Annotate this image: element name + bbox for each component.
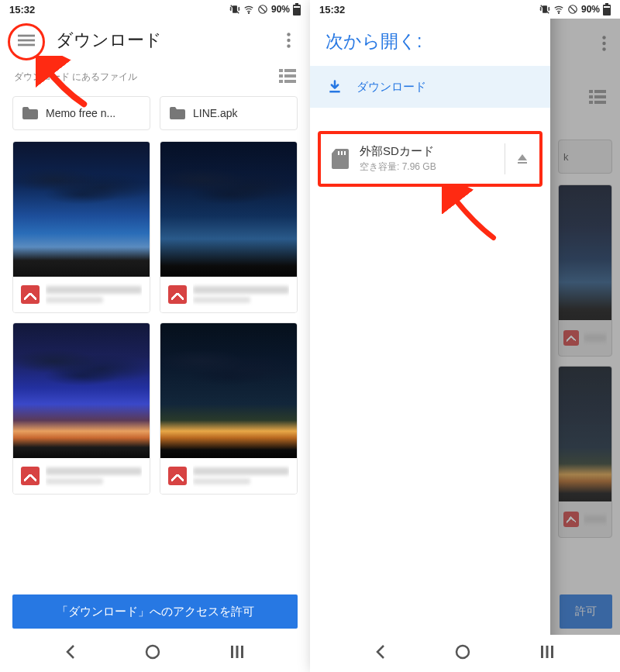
vibrate-icon: [229, 4, 240, 15]
nav-bar: [0, 635, 310, 672]
svg-line-4: [260, 7, 265, 12]
svg-rect-49: [551, 646, 553, 658]
no-sim-icon: [257, 4, 268, 15]
drawer-downloads-item[interactable]: ダウンロード: [310, 66, 550, 108]
nav-back-button[interactable]: [65, 644, 76, 663]
allow-access-button[interactable]: 「ダウンロード」へのアクセスを許可: [12, 594, 298, 629]
file-grid: Memo free n... LINE.apk: [0, 96, 310, 594]
nav-home-button[interactable]: [455, 644, 470, 663]
image-thumbnail: [13, 142, 150, 277]
sd-card-icon: [332, 149, 349, 169]
sdcard-subtitle: 空き容量: 7.96 GB: [360, 160, 494, 174]
svg-point-20: [146, 646, 159, 658]
overflow-button[interactable]: [279, 31, 298, 50]
subheader: ダウンロード にあるファイル: [0, 62, 310, 96]
overflow-icon: [602, 36, 606, 51]
svg-point-35: [558, 12, 559, 13]
image-filename-blurred: [193, 283, 289, 306]
drawer-sdcard-item[interactable]: 外部SDカード 空き容量: 7.96 GB: [318, 131, 542, 187]
svg-point-12: [287, 39, 290, 42]
svg-rect-9: [18, 40, 35, 42]
chevron-left-icon: [65, 644, 76, 660]
vibrate-icon: [539, 4, 550, 15]
image-meta: [160, 277, 297, 312]
image-filename-blurred: [46, 283, 142, 306]
view-toggle-button[interactable]: [279, 69, 296, 85]
eject-button[interactable]: [505, 143, 529, 174]
image-file-icon: [168, 285, 187, 304]
status-bar: 15:32 90%: [310, 0, 620, 19]
svg-rect-8: [18, 35, 35, 37]
overflow-button-dim: [602, 36, 606, 54]
svg-rect-10: [18, 44, 35, 47]
svg-rect-42: [338, 151, 339, 155]
hamburger-icon: [18, 32, 35, 49]
svg-rect-30: [594, 95, 606, 98]
svg-line-37: [570, 7, 575, 12]
wifi-icon: [553, 4, 564, 15]
svg-point-11: [287, 33, 290, 36]
battery-percent: 90%: [271, 4, 290, 15]
battery-icon: [603, 3, 611, 16]
folder-label: Memo free n...: [46, 107, 115, 119]
image-tile[interactable]: [12, 141, 150, 313]
overflow-icon: [287, 33, 291, 48]
image-thumbnail: [13, 323, 150, 458]
status-right: 90%: [539, 3, 611, 16]
chevron-left-icon: [375, 644, 386, 660]
folder-icon: [170, 107, 185, 119]
image-tile[interactable]: [160, 141, 298, 313]
svg-rect-7: [294, 6, 300, 8]
image-tile[interactable]: [160, 322, 298, 495]
battery-icon: [293, 3, 301, 16]
svg-point-13: [287, 44, 290, 47]
image-meta: [13, 458, 150, 494]
svg-rect-41: [329, 91, 339, 93]
allow-access-label: 「ダウンロード」へのアクセスを許可: [57, 605, 254, 619]
image-meta: [160, 458, 297, 494]
svg-rect-21: [231, 646, 233, 658]
bars-icon: [539, 644, 555, 660]
svg-rect-43: [341, 151, 343, 155]
svg-rect-23: [241, 646, 243, 658]
nav-back-button[interactable]: [375, 644, 386, 663]
svg-rect-40: [604, 6, 610, 8]
image-thumbnail: [160, 142, 297, 277]
svg-rect-18: [279, 80, 283, 83]
view-toggle-dim: [589, 90, 606, 107]
nav-home-button[interactable]: [145, 644, 160, 663]
nav-recent-button[interactable]: [229, 644, 245, 663]
svg-rect-45: [518, 162, 527, 164]
status-time: 15:32: [319, 4, 345, 16]
image-tile[interactable]: [12, 322, 150, 495]
allow-button-dim: 許可: [560, 594, 612, 629]
annotation-arrow-right: [442, 186, 504, 248]
image-meta: [13, 277, 150, 312]
image-thumbnail: [160, 323, 297, 458]
svg-rect-38: [605, 3, 608, 5]
folder-label: LINE.apk: [193, 107, 238, 119]
svg-rect-19: [284, 80, 296, 83]
image-tile-dim: [558, 184, 612, 357]
wifi-icon: [243, 4, 254, 15]
folder-tile[interactable]: LINE.apk: [160, 96, 298, 130]
subheader-text: ダウンロード にあるファイル: [14, 71, 137, 84]
circle-icon: [455, 644, 470, 660]
image-file-icon: [168, 467, 187, 485]
folder-icon: [22, 107, 38, 119]
image-tile-dim: [558, 366, 612, 538]
image-file-icon: [21, 467, 40, 485]
svg-rect-28: [594, 90, 606, 93]
bars-icon: [229, 644, 245, 660]
hamburger-button[interactable]: [12, 26, 40, 54]
svg-point-46: [456, 646, 469, 658]
svg-rect-31: [589, 101, 593, 104]
svg-rect-48: [546, 646, 548, 658]
phone-right: k 許可 15:32 90% 次から開く: ダウ: [310, 0, 620, 672]
svg-rect-22: [236, 646, 238, 658]
download-icon: [327, 79, 343, 95]
nav-recent-button[interactable]: [539, 644, 555, 663]
folder-tile[interactable]: Memo free n...: [12, 96, 150, 130]
no-sim-icon: [567, 4, 578, 15]
svg-rect-14: [279, 69, 283, 72]
